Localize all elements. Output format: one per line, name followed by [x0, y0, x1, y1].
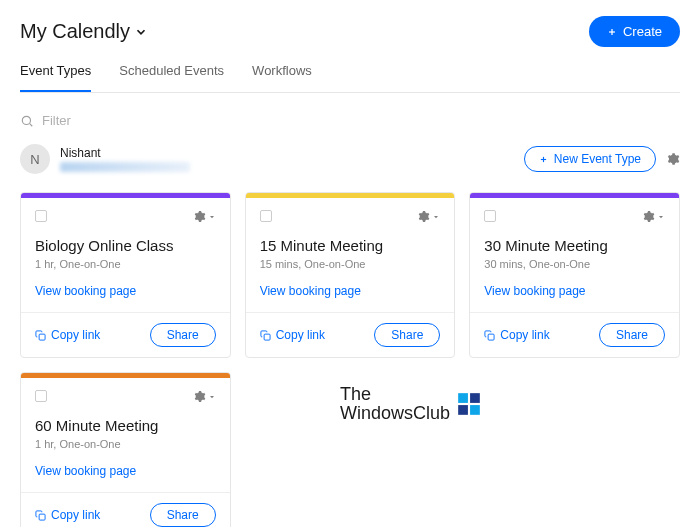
new-event-type-button[interactable]: New Event Type [524, 146, 656, 172]
svg-marker-10 [659, 216, 663, 218]
svg-rect-11 [488, 334, 494, 340]
copy-icon [260, 330, 271, 341]
svg-rect-17 [470, 405, 480, 415]
user-info-block: N Nishant [20, 144, 190, 174]
user-link-redacted [60, 162, 190, 172]
card-subtitle: 30 mins, One-on-One [484, 258, 665, 270]
copy-link-button[interactable]: Copy link [35, 328, 100, 342]
card-checkbox[interactable] [260, 210, 272, 222]
view-booking-link[interactable]: View booking page [484, 284, 585, 298]
copy-link-button[interactable]: Copy link [484, 328, 549, 342]
search-icon [20, 114, 34, 128]
share-button[interactable]: Share [599, 323, 665, 347]
windowsclub-logo-icon [456, 391, 482, 417]
card-checkbox[interactable] [35, 210, 47, 222]
card-title: 60 Minute Meeting [35, 417, 216, 434]
copy-link-label: Copy link [500, 328, 549, 342]
caret-down-icon [432, 213, 440, 221]
svg-point-2 [22, 116, 30, 124]
gear-icon [642, 210, 655, 223]
caret-down-icon [208, 213, 216, 221]
chevron-down-icon [134, 25, 148, 39]
svg-rect-16 [458, 405, 468, 415]
card-title: Biology Online Class [35, 237, 216, 254]
card-settings-dropdown[interactable] [193, 390, 216, 403]
copy-link-label: Copy link [51, 328, 100, 342]
svg-marker-6 [210, 216, 214, 218]
view-booking-link[interactable]: View booking page [260, 284, 361, 298]
event-card: 15 Minute Meeting 15 mins, One-on-One Vi… [245, 192, 456, 358]
event-card: 60 Minute Meeting 1 hr, One-on-One View … [20, 372, 231, 527]
page-header: My Calendly Create [20, 16, 680, 47]
svg-rect-9 [264, 334, 270, 340]
copy-link-button[interactable]: Copy link [260, 328, 325, 342]
avatar[interactable]: N [20, 144, 50, 174]
card-subtitle: 15 mins, One-on-One [260, 258, 441, 270]
copy-icon [484, 330, 495, 341]
user-name: Nishant [60, 146, 190, 160]
gear-icon [417, 210, 430, 223]
tab-workflows[interactable]: Workflows [252, 63, 312, 92]
svg-marker-8 [434, 216, 438, 218]
svg-rect-15 [470, 393, 480, 403]
card-settings-dropdown[interactable] [642, 210, 665, 223]
caret-down-icon [208, 393, 216, 401]
copy-link-label: Copy link [51, 508, 100, 522]
tab-scheduled-events[interactable]: Scheduled Events [119, 63, 224, 92]
view-booking-link[interactable]: View booking page [35, 284, 136, 298]
watermark: The WindowsClub [340, 385, 482, 423]
event-card-grid: Biology Online Class 1 hr, One-on-One Vi… [20, 192, 680, 527]
svg-rect-7 [39, 334, 45, 340]
card-title: 30 Minute Meeting [484, 237, 665, 254]
new-event-label: New Event Type [554, 152, 641, 166]
user-row: N Nishant New Event Type [20, 144, 680, 174]
title-dropdown[interactable]: My Calendly [20, 20, 148, 43]
card-checkbox[interactable] [484, 210, 496, 222]
plus-icon [607, 27, 617, 37]
filter-row[interactable]: Filter [20, 113, 680, 128]
copy-link-button[interactable]: Copy link [35, 508, 100, 522]
card-settings-dropdown[interactable] [193, 210, 216, 223]
svg-marker-12 [210, 396, 214, 398]
share-button[interactable]: Share [150, 503, 216, 527]
gear-icon [193, 210, 206, 223]
card-settings-dropdown[interactable] [417, 210, 440, 223]
card-checkbox[interactable] [35, 390, 47, 402]
tab-event-types[interactable]: Event Types [20, 63, 91, 92]
create-label: Create [623, 24, 662, 39]
view-booking-link[interactable]: View booking page [35, 464, 136, 478]
gear-icon [193, 390, 206, 403]
plus-icon [539, 155, 548, 164]
filter-placeholder: Filter [42, 113, 71, 128]
page-title: My Calendly [20, 20, 130, 43]
copy-link-label: Copy link [276, 328, 325, 342]
watermark-line2: WindowsClub [340, 404, 450, 423]
event-card: 30 Minute Meeting 30 mins, One-on-One Vi… [469, 192, 680, 358]
copy-icon [35, 510, 46, 521]
card-title: 15 Minute Meeting [260, 237, 441, 254]
gear-icon[interactable] [666, 152, 680, 166]
share-button[interactable]: Share [374, 323, 440, 347]
caret-down-icon [657, 213, 665, 221]
svg-line-3 [30, 123, 33, 126]
share-button[interactable]: Share [150, 323, 216, 347]
card-subtitle: 1 hr, One-on-One [35, 258, 216, 270]
watermark-line1: The [340, 385, 450, 404]
create-button[interactable]: Create [589, 16, 680, 47]
svg-rect-13 [39, 514, 45, 520]
card-subtitle: 1 hr, One-on-One [35, 438, 216, 450]
svg-rect-14 [458, 393, 468, 403]
tabs: Event Types Scheduled Events Workflows [20, 63, 680, 93]
copy-icon [35, 330, 46, 341]
event-card: Biology Online Class 1 hr, One-on-One Vi… [20, 192, 231, 358]
